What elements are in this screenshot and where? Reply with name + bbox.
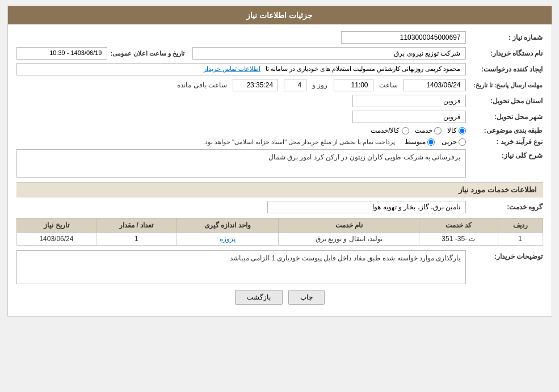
services-table-section: ردیف کد خدمت نام خدمت واحد اندازه گیری ت… [16,218,543,246]
category-row: طبقه بندی موضوعی: کالا خدمت کالا/خدمت [16,127,543,134]
province-label: استان محل تحویل: [469,97,543,105]
purchase-type-jozi: جزیی [442,138,466,146]
purchase-type-motavasset: متوسط [405,138,435,146]
page-title: جزئیات اطلاعات نیاز [246,11,313,20]
buyer-notes-box: بارگذاری موارد خواسته شده طبق مفاد داخل … [16,250,466,284]
purchase-radio-motavasset[interactable] [427,138,435,146]
cell-quantity: 1 [96,233,176,246]
content-area: شماره نیاز : 1103000045000697 نام دستگاه… [8,24,552,316]
col-service-name: نام خدمت [279,218,419,233]
deadline-row: مهلت ارسال پاسخ: تا تاریخ: 1403/06/24 سا… [16,79,543,91]
purchase-radio-jozi[interactable] [459,138,466,146]
category-kala-label: کالا [447,127,457,134]
deadline-remaining-value: 23:35:24 [233,79,278,91]
page-header: جزئیات اطلاعات نیاز [8,6,552,24]
creator-contact-link[interactable]: اطلاعات تماس خریدار [204,65,260,72]
creator-value: محمود کریمی روزبهانی کارشناس مسولیت استع… [16,63,466,75]
service-group-row: گروه خدمت: تامین برق، گاز، بخار و تهویه … [16,201,543,213]
need-desc-value: برفرسانی به شرکت طویی کاران زیتون در ارک… [268,153,461,161]
buyer-org-row: نام دستگاه خریدار: شرکت توزیع نیروی برق … [16,47,543,60]
city-label: شهر محل تحویل: [469,113,543,121]
announce-label: تاریخ و ساعت اعلان عمومی: [111,50,185,57]
category-radio-kala-khedmat[interactable] [402,127,409,134]
purchase-type-row: نوع فرآیند خرید : جزیی متوسط پرداخت تمام… [16,138,543,146]
col-quantity: تعداد / مقدار [96,218,176,233]
service-group-value: تامین برق، گاز، بخار و تهویه هوا [267,201,466,213]
category-kala-khedmat-label: کالا/خدمت [371,127,400,134]
category-option-kala: کالا [447,127,466,134]
category-khedmat-label: خدمت [415,127,432,134]
purchase-type-group: جزیی متوسط [405,138,466,146]
category-option-kala-khedmat: کالا/خدمت [371,127,409,134]
need-desc-row: شرح کلی نیاز: برفرسانی به شرکت طویی کارا… [16,149,543,178]
table-row: 1 ت -35- 351 تولید، انتقال و توزیع برق پ… [16,233,543,246]
need-number-value: 1103000045000697 [341,31,466,44]
purchase-type-label: نوع فرآیند خرید : [469,138,543,146]
need-desc-box: برفرسانی به شرکت طویی کاران زیتون در ارک… [16,149,466,178]
deadline-days-value: 4 [284,79,306,91]
cell-unit: پروژه [176,233,279,246]
purchase-jozi-label: جزیی [442,138,457,146]
creator-row: ایجاد کننده درخواست: محمود کریمی روزبهان… [16,63,543,75]
buyer-org-label: نام دستگاه خریدار: [469,49,543,57]
province-row: استان محل تحویل: قزوین [16,95,543,107]
province-value: قزوین [352,95,466,107]
cell-service-name: تولید، انتقال و توزیع برق [279,233,419,246]
category-radio-kala[interactable] [459,127,466,134]
action-buttons-area: چاپ بازگشت [16,290,543,305]
service-group-label: گروه خدمت: [469,203,543,211]
col-unit: واحد اندازه گیری [176,218,279,233]
announce-value: 1403/06/19 - 10:39 [16,47,107,60]
purchase-motavasset-label: متوسط [405,138,426,146]
buyer-org-value: شرکت توزیع نیروی برق [192,47,465,60]
deadline-label: مهلت ارسال پاسخ: تا تاریخ: [469,82,543,89]
cell-date: 1403/06/24 [16,233,96,246]
city-row: شهر محل تحویل: قزوین [16,111,543,123]
col-date: تاریخ نیاز [16,218,96,233]
services-section-header: اطلاعات خدمات مورد نیاز [16,182,543,197]
cell-row-num: 1 [498,233,543,246]
purchase-type-desc: پرداخت تمام یا بخشی از مبلغ خریدار محل "… [203,138,396,146]
deadline-date-value: 1403/06/24 [404,79,466,91]
col-service-code: کد خدمت [419,218,498,233]
category-radio-group: کالا خدمت کالا/خدمت [371,127,465,134]
back-button[interactable]: بازگشت [235,290,283,305]
category-radio-khedmat[interactable] [434,127,442,134]
deadline-days-label: روز و [312,81,327,89]
creator-label: ایجاد کننده درخواست: [469,65,543,73]
buyer-notes-value: بارگذاری موارد خواسته شده طبق مفاد داخل … [230,254,461,262]
need-desc-label: شرح کلی نیاز: [469,149,543,159]
services-table: ردیف کد خدمت نام خدمت واحد اندازه گیری ت… [16,218,543,246]
buyer-notes-area: توضیحات خریدار: بارگذاری موارد خواسته شد… [16,250,543,284]
need-number-label: شماره نیاز : [469,33,543,41]
main-container: جزئیات اطلاعات نیاز شماره نیاز : 1103000… [7,6,552,317]
need-number-row: شماره نیاز : 1103000045000697 [16,31,543,44]
cell-service-code: ت -35- 351 [419,233,498,246]
table-header-row: ردیف کد خدمت نام خدمت واحد اندازه گیری ت… [16,218,543,233]
deadline-time-value: 11:00 [334,79,373,91]
city-value: قزوین [352,111,466,123]
deadline-remaining-label: ساعت باقی مانده [177,81,227,89]
deadline-time-label: ساعت [379,81,398,89]
col-row-num: ردیف [498,218,543,233]
category-label: طبقه بندی موضوعی: [469,127,543,134]
buyer-notes-label: توضیحات خریدار: [469,250,543,260]
print-button[interactable]: چاپ [288,290,325,305]
category-option-khedmat: خدمت [415,127,442,134]
